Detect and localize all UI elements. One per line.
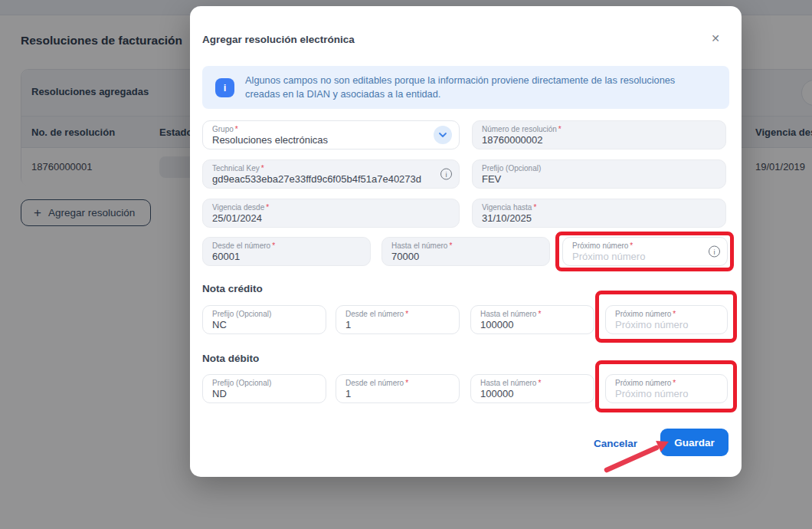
- info-circle-icon[interactable]: i: [709, 246, 720, 258]
- nd-hasta-field[interactable]: Hasta el número* 100000: [470, 374, 594, 403]
- modal-title: Agregar resolución electrónica: [202, 34, 355, 45]
- desde-numero-field: Desde el número* 60001: [202, 237, 371, 266]
- save-button[interactable]: Guardar: [660, 429, 729, 456]
- prefijo-field: Prefijo (Opcional) FEV: [472, 159, 726, 189]
- add-resolution-modal: Agregar resolución electrónica ✕ i Algun…: [190, 6, 742, 477]
- hasta-numero-label: Hasta el número*: [391, 242, 540, 251]
- nd-proximo-label: Próximo número*: [615, 379, 718, 388]
- technical-key-value: gd9eac533eba27e33ffd9c6f05b4f51a7e40273d: [212, 173, 450, 186]
- vigencia-hasta-field: Vigencia hasta* 31/10/2025: [472, 199, 726, 228]
- nd-hasta-value: 100000: [480, 388, 584, 400]
- nd-desde-field[interactable]: Desde el número* 1: [336, 374, 460, 403]
- grupo-select[interactable]: Grupo* Resoluciones electrónicas: [202, 120, 460, 150]
- nc-hasta-value: 100000: [480, 319, 584, 331]
- nd-prefijo-field[interactable]: Prefijo (Opcional) ND: [202, 374, 326, 403]
- numero-resolucion-value: 18760000002: [482, 134, 716, 146]
- nota-debito-heading: Nota débito: [202, 353, 259, 364]
- nd-hasta-label: Hasta el número*: [480, 379, 584, 388]
- prefijo-value: FEV: [482, 173, 716, 186]
- nc-proximo-field[interactable]: Próximo número*: [605, 305, 728, 334]
- nd-proximo-input[interactable]: [615, 388, 718, 400]
- nd-prefijo-value: ND: [212, 388, 316, 400]
- nc-hasta-field[interactable]: Hasta el número* 100000: [470, 305, 594, 334]
- nd-desde-label: Desde el número*: [345, 379, 450, 388]
- nc-desde-field[interactable]: Desde el número* 1: [336, 305, 460, 334]
- nd-proximo-field[interactable]: Próximo número*: [605, 374, 728, 403]
- nota-credito-heading: Nota crédito: [202, 283, 263, 294]
- close-icon[interactable]: ✕: [709, 31, 722, 45]
- nc-desde-value: 1: [345, 319, 450, 331]
- nc-prefijo-field[interactable]: Prefijo (Opcional) NC: [202, 305, 326, 334]
- vigencia-desde-label: Vigencia desde*: [212, 203, 450, 212]
- vigencia-desde-field: Vigencia desde* 25/01/2024: [202, 199, 460, 228]
- proximo-numero-field[interactable]: Próximo número* i: [562, 237, 728, 266]
- cancel-button[interactable]: Cancelar: [594, 438, 637, 449]
- info-circle-icon[interactable]: i: [440, 169, 452, 180]
- vigencia-desde-value: 25/01/2024: [212, 212, 450, 225]
- nc-desde-label: Desde el número*: [345, 310, 450, 319]
- grupo-value: Resoluciones electrónicas: [212, 134, 450, 146]
- nd-prefijo-label: Prefijo (Opcional): [212, 379, 316, 388]
- nc-prefijo-value: NC: [212, 319, 316, 331]
- nc-proximo-input[interactable]: [615, 319, 718, 331]
- technical-key-field: Technical Key* gd9eac533eba27e33ffd9c6f0…: [202, 159, 460, 189]
- hasta-numero-value: 70000: [391, 251, 540, 263]
- info-icon: i: [215, 78, 234, 97]
- vigencia-hasta-label: Vigencia hasta*: [482, 203, 716, 212]
- vigencia-hasta-value: 31/10/2025: [482, 212, 716, 225]
- proximo-numero-input[interactable]: [572, 251, 718, 263]
- desde-numero-value: 60001: [212, 251, 361, 263]
- desde-numero-label: Desde el número*: [212, 242, 361, 251]
- nc-proximo-label: Próximo número*: [615, 310, 718, 319]
- prefijo-label: Prefijo (Opcional): [482, 164, 716, 173]
- numero-resolucion-label: Número de resolución*: [482, 125, 716, 134]
- chevron-down-icon[interactable]: [434, 126, 452, 144]
- proximo-numero-label: Próximo número*: [572, 242, 718, 251]
- nd-desde-value: 1: [345, 388, 450, 400]
- info-banner: i Algunos campos no son editables porque…: [202, 66, 729, 109]
- hasta-numero-field: Hasta el número* 70000: [381, 237, 550, 266]
- nc-prefijo-label: Prefijo (Opcional): [212, 310, 316, 319]
- info-banner-text: Algunos campos no son editables porque l…: [245, 74, 708, 101]
- technical-key-label: Technical Key*: [212, 164, 450, 173]
- numero-resolucion-field: Número de resolución* 18760000002: [472, 120, 726, 150]
- nc-hasta-label: Hasta el número*: [480, 310, 584, 319]
- grupo-label: Grupo*: [212, 125, 450, 134]
